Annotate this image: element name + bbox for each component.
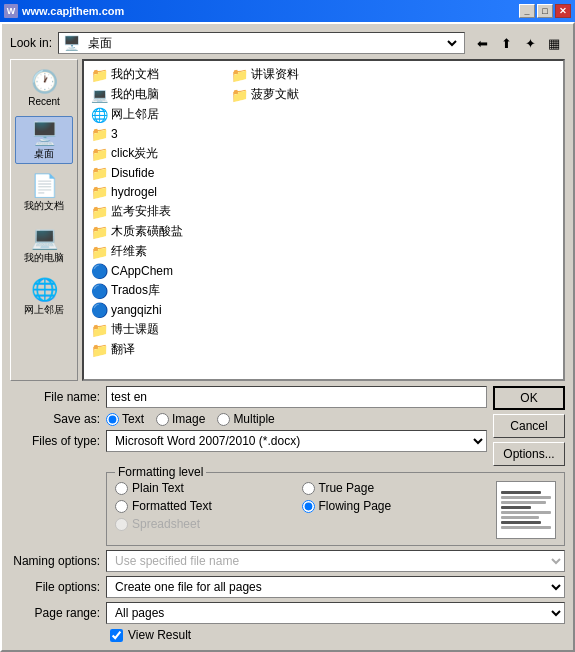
folder-icon: 📁 xyxy=(91,244,107,260)
network-icon: 🌐 xyxy=(91,107,107,123)
sidebar-item-desktop[interactable]: 🖥️ 桌面 xyxy=(15,116,73,164)
truepage-radio[interactable] xyxy=(302,482,315,495)
close-button[interactable]: ✕ xyxy=(555,4,571,18)
sidebar-item-documents[interactable]: 📄 我的文档 xyxy=(15,168,73,216)
file-item-cappchem[interactable]: 🔵CAppChem xyxy=(88,262,198,280)
file-column-1: 📁我的文档 💻我的电脑 🌐网上邻居 📁3 📁click炭光 📁Disufide … xyxy=(88,65,198,359)
file-item-boluo[interactable]: 📁菠萝文献 xyxy=(228,85,338,104)
file-item-3[interactable]: 📁3 xyxy=(88,125,198,143)
formatting-group-wrapper: Formatting level Plain Text Formatted Te… xyxy=(106,470,565,546)
truepage-option[interactable]: True Page xyxy=(302,481,489,495)
file-column-2: 📁讲课资料 📁菠萝文献 xyxy=(228,65,338,359)
file-item-xianweisu[interactable]: 📁纤维素 xyxy=(88,242,198,261)
plaintext-label: Plain Text xyxy=(132,481,184,495)
view-result-checkbox[interactable] xyxy=(110,629,123,642)
formatting-section: Formatting level Plain Text Formatted Te… xyxy=(10,470,565,546)
minimize-button[interactable]: _ xyxy=(519,4,535,18)
naming-options-select[interactable]: Use specified file name xyxy=(106,550,565,572)
filename-input[interactable] xyxy=(106,386,487,408)
folder-icon: 📁 xyxy=(231,87,247,103)
file-options-combo[interactable]: Create one file for all pages Create one… xyxy=(106,576,565,598)
file-item-wangshanglingju[interactable]: 🌐网上邻居 xyxy=(88,105,198,124)
saveas-multiple-option[interactable]: Multiple xyxy=(217,412,274,426)
file-options-select[interactable]: Create one file for all pages Create one… xyxy=(106,576,565,598)
page-range-combo[interactable]: All pages Current page Custom xyxy=(106,602,565,624)
saveas-multiple-radio[interactable] xyxy=(217,413,230,426)
filesoftype-select[interactable]: Microsoft Word 2007/2010 (*.docx) xyxy=(106,430,487,452)
file-item-hydrogel[interactable]: 📁hydrogel xyxy=(88,183,198,201)
formattedtext-option[interactable]: Formatted Text xyxy=(115,499,302,513)
form-area: File name: Save as: Text Image xyxy=(10,386,565,642)
main-area: 🕐 Recent 🖥️ 桌面 📄 我的文档 💻 我的电脑 🌐 网上邻居 xyxy=(10,59,565,381)
preview-line xyxy=(501,521,541,524)
file-item-fanyi[interactable]: 📁翻译 xyxy=(88,340,198,359)
filesoftype-row: Files of type: Microsoft Word 2007/2010 … xyxy=(10,430,487,452)
spreadsheet-label: Spreadsheet xyxy=(132,517,200,531)
folder-icon: 📁 xyxy=(91,224,107,240)
options-button[interactable]: Options... xyxy=(493,442,565,466)
doc-icon: 🔵 xyxy=(91,302,107,318)
truepage-label: True Page xyxy=(319,481,375,495)
file-list-columns: 📁我的文档 💻我的电脑 🌐网上邻居 📁3 📁click炭光 📁Disufide … xyxy=(88,65,559,359)
page-range-select[interactable]: All pages Current page Custom xyxy=(106,602,565,624)
toolbar-icons: ⬅ ⬆ ✦ ▦ xyxy=(471,32,565,54)
back-button[interactable]: ⬅ xyxy=(471,32,493,54)
sidebar-item-network[interactable]: 🌐 网上邻居 xyxy=(15,272,73,320)
file-item-boshi[interactable]: 📁博士课题 xyxy=(88,320,198,339)
file-list-panel[interactable]: 📁我的文档 💻我的电脑 🌐网上邻居 📁3 📁click炭光 📁Disufide … xyxy=(82,59,565,381)
cancel-button[interactable]: Cancel xyxy=(493,414,565,438)
sidebar-item-computer[interactable]: 💻 我的电脑 xyxy=(15,220,73,268)
saveas-label: Save as: xyxy=(10,412,100,426)
file-item-jianke[interactable]: 📁讲课资料 xyxy=(228,65,338,84)
page-range-row: Page range: All pages Current page Custo… xyxy=(10,602,565,624)
saveas-image-option[interactable]: Image xyxy=(156,412,205,426)
file-item-click[interactable]: 📁click炭光 xyxy=(88,144,198,163)
plaintext-option[interactable]: Plain Text xyxy=(115,481,302,495)
sidebar-label-computer: 我的电脑 xyxy=(24,252,64,264)
spreadsheet-option: Spreadsheet xyxy=(115,517,302,531)
title-bar: W www.capjthem.com _ □ ✕ xyxy=(0,0,575,22)
file-item-trados[interactable]: 🔵Trados库 xyxy=(88,281,198,300)
naming-options-combo[interactable]: Use specified file name xyxy=(106,550,565,572)
saveas-text-option[interactable]: Text xyxy=(106,412,144,426)
file-item-yangqizhi[interactable]: 🔵yangqizhi xyxy=(88,301,198,319)
flowingpage-radio[interactable] xyxy=(302,500,315,513)
file-item-disufide[interactable]: 📁Disufide xyxy=(88,164,198,182)
sidebar-item-recent[interactable]: 🕐 Recent xyxy=(15,64,73,112)
save-dialog: Look in: 🖥️ 桌面 ⬅ ⬆ ✦ ▦ 🕐 Recent 🖥️ 桌面 xyxy=(0,22,575,652)
app-icon: W xyxy=(4,4,18,18)
new-folder-button[interactable]: ✦ xyxy=(519,32,541,54)
sidebar-label-desktop: 桌面 xyxy=(34,148,54,160)
filesoftype-combo[interactable]: Microsoft Word 2007/2010 (*.docx) xyxy=(106,430,487,452)
side-buttons: OK Cancel Options... xyxy=(493,386,565,466)
preview-box xyxy=(496,481,556,539)
preview-line xyxy=(501,501,546,504)
preview-line xyxy=(501,491,541,494)
maximize-button[interactable]: □ xyxy=(537,4,553,18)
recent-icon: 🕐 xyxy=(28,68,60,96)
file-item-wodewenjian[interactable]: 📁我的文档 xyxy=(88,65,198,84)
formattedtext-radio[interactable] xyxy=(115,500,128,513)
preview-area xyxy=(496,481,556,539)
sidebar-label-documents: 我的文档 xyxy=(24,200,64,212)
file-options-row: File options: Create one file for all pa… xyxy=(10,576,565,598)
flowingpage-option[interactable]: Flowing Page xyxy=(302,499,489,513)
up-button[interactable]: ⬆ xyxy=(495,32,517,54)
plaintext-radio[interactable] xyxy=(115,482,128,495)
flowingpage-label: Flowing Page xyxy=(319,499,392,513)
file-item-muzhisu[interactable]: 📁木质素磺酸盐 xyxy=(88,222,198,241)
file-item-wodediannao[interactable]: 💻我的电脑 xyxy=(88,85,198,104)
desktop-icon: 🖥️ xyxy=(28,120,60,148)
sidebar: 🕐 Recent 🖥️ 桌面 📄 我的文档 💻 我的电脑 🌐 网上邻居 xyxy=(10,59,78,381)
saveas-image-radio[interactable] xyxy=(156,413,169,426)
window-controls: _ □ ✕ xyxy=(519,4,571,18)
saveas-text-radio[interactable] xyxy=(106,413,119,426)
file-item-jiankao[interactable]: 📁监考安排表 xyxy=(88,202,198,221)
look-in-row: Look in: 🖥️ 桌面 ⬅ ⬆ ✦ ▦ xyxy=(10,32,565,54)
ok-button[interactable]: OK xyxy=(493,386,565,410)
folder-icon: 🖥️ xyxy=(63,35,80,51)
look-in-select[interactable]: 桌面 xyxy=(84,35,460,51)
folder-icon: 📁 xyxy=(91,146,107,162)
view-button[interactable]: ▦ xyxy=(543,32,565,54)
look-in-combo[interactable]: 🖥️ 桌面 xyxy=(58,32,465,54)
